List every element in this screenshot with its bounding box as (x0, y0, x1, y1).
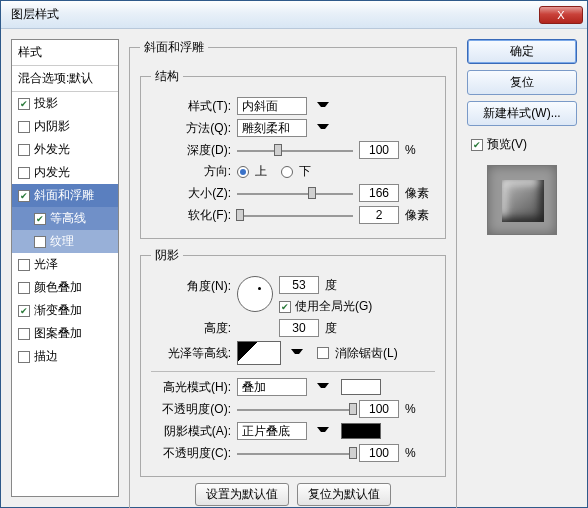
style-item[interactable]: 颜色叠加 (12, 276, 118, 299)
action-panel: 确定 复位 新建样式(W)... 预览(V) (467, 39, 577, 497)
soften-input[interactable]: 2 (359, 206, 399, 224)
chevron-down-icon[interactable] (291, 349, 303, 357)
shadow-opacity-label: 不透明度(C): (151, 445, 231, 462)
angle-dial[interactable] (237, 276, 273, 312)
angle-unit: 度 (325, 277, 337, 294)
close-button[interactable]: X (539, 6, 583, 24)
soften-slider[interactable] (237, 208, 353, 222)
shadow-color-swatch[interactable] (341, 423, 381, 439)
direction-up-radio[interactable] (237, 166, 249, 178)
style-item-label: 光泽 (34, 256, 58, 273)
size-unit: 像素 (405, 185, 435, 202)
style-item[interactable]: 投影 (12, 92, 118, 115)
style-checkbox[interactable] (18, 144, 30, 156)
style-item-label: 内发光 (34, 164, 70, 181)
style-select[interactable]: 内斜面 (237, 97, 307, 115)
style-item-label: 斜面和浮雕 (34, 187, 94, 204)
gloss-contour-picker[interactable] (237, 341, 281, 365)
gloss-contour-label: 光泽等高线: (151, 345, 231, 362)
chevron-down-icon[interactable] (317, 102, 329, 110)
style-item-label: 内阴影 (34, 118, 70, 135)
shadow-opacity-slider[interactable] (237, 446, 353, 460)
style-item-label: 颜色叠加 (34, 279, 82, 296)
style-checkbox[interactable] (18, 121, 30, 133)
new-style-button[interactable]: 新建样式(W)... (467, 101, 577, 126)
window-title: 图层样式 (11, 6, 539, 23)
structure-group: 结构 样式(T): 内斜面 方法(Q): 雕刻柔和 深度(D): 100 % (140, 68, 446, 239)
direction-down-radio[interactable] (281, 166, 293, 178)
style-checkbox[interactable] (18, 282, 30, 294)
ok-button[interactable]: 确定 (467, 39, 577, 64)
preview-swatch (487, 165, 557, 235)
angle-input[interactable]: 53 (279, 276, 319, 294)
layer-style-dialog: 图层样式 X 样式 混合选项:默认 投影内阴影外发光内发光斜面和浮雕等高线纹理光… (0, 0, 588, 508)
size-slider[interactable] (237, 186, 353, 200)
settings-panel: 斜面和浮雕 结构 样式(T): 内斜面 方法(Q): 雕刻柔和 深度(D): (129, 39, 457, 497)
antialias-checkbox[interactable] (317, 347, 329, 359)
depth-label: 深度(D): (151, 142, 231, 159)
chevron-down-icon[interactable] (317, 427, 329, 435)
shading-legend: 阴影 (151, 247, 183, 264)
altitude-input[interactable]: 30 (279, 319, 319, 337)
style-item-label: 外发光 (34, 141, 70, 158)
global-light-checkbox[interactable] (279, 301, 291, 313)
style-checkbox[interactable] (18, 190, 30, 202)
highlight-color-swatch[interactable] (341, 379, 381, 395)
style-item[interactable]: 外发光 (12, 138, 118, 161)
preview-checkbox[interactable] (471, 139, 483, 151)
highlight-mode-select[interactable]: 叠加 (237, 378, 307, 396)
shadow-mode-select[interactable]: 正片叠底 (237, 422, 307, 440)
soften-label: 软化(F): (151, 207, 231, 224)
style-checkbox[interactable] (18, 259, 30, 271)
global-light-label: 使用全局光(G) (295, 298, 372, 315)
direction-label: 方向: (151, 163, 231, 180)
style-checkbox[interactable] (18, 167, 30, 179)
reset-default-button[interactable]: 复位为默认值 (297, 483, 391, 506)
shadow-opacity-input[interactable]: 100 (359, 444, 399, 462)
altitude-unit: 度 (325, 320, 337, 337)
depth-input[interactable]: 100 (359, 141, 399, 159)
style-item[interactable]: 内阴影 (12, 115, 118, 138)
bevel-emboss-group: 斜面和浮雕 结构 样式(T): 内斜面 方法(Q): 雕刻柔和 深度(D): (129, 39, 457, 508)
size-input[interactable]: 166 (359, 184, 399, 202)
technique-label: 方法(Q): (151, 120, 231, 137)
style-item-label: 等高线 (50, 210, 86, 227)
style-item[interactable]: 渐变叠加 (12, 299, 118, 322)
highlight-opacity-input[interactable]: 100 (359, 400, 399, 418)
style-item-label: 描边 (34, 348, 58, 365)
style-checkbox[interactable] (18, 328, 30, 340)
make-default-button[interactable]: 设置为默认值 (195, 483, 289, 506)
style-item[interactable]: 描边 (12, 345, 118, 368)
chevron-down-icon[interactable] (317, 124, 329, 132)
style-item[interactable]: 内发光 (12, 161, 118, 184)
blending-options-item[interactable]: 混合选项:默认 (12, 66, 118, 92)
technique-select[interactable]: 雕刻柔和 (237, 119, 307, 137)
depth-unit: % (405, 143, 435, 157)
style-checkbox[interactable] (34, 236, 46, 248)
chevron-down-icon[interactable] (317, 383, 329, 391)
cancel-button[interactable]: 复位 (467, 70, 577, 95)
style-item[interactable]: 斜面和浮雕 (12, 184, 118, 207)
styles-list-panel: 样式 混合选项:默认 投影内阴影外发光内发光斜面和浮雕等高线纹理光泽颜色叠加渐变… (11, 39, 119, 497)
style-item-label: 渐变叠加 (34, 302, 82, 319)
angle-label: 角度(N): (151, 276, 231, 295)
antialias-label: 消除锯齿(L) (335, 345, 398, 362)
style-checkbox[interactable] (34, 213, 46, 225)
style-item[interactable]: 纹理 (12, 230, 118, 253)
shadow-mode-label: 阴影模式(A): (151, 423, 231, 440)
style-checkbox[interactable] (18, 351, 30, 363)
highlight-opacity-label: 不透明度(O): (151, 401, 231, 418)
style-checkbox[interactable] (18, 305, 30, 317)
highlight-opacity-slider[interactable] (237, 402, 353, 416)
soften-unit: 像素 (405, 207, 435, 224)
titlebar[interactable]: 图层样式 X (1, 1, 587, 29)
style-item-label: 纹理 (50, 233, 74, 250)
style-label: 样式(T): (151, 98, 231, 115)
style-checkbox[interactable] (18, 98, 30, 110)
style-item[interactable]: 图案叠加 (12, 322, 118, 345)
style-item[interactable]: 等高线 (12, 207, 118, 230)
structure-legend: 结构 (151, 68, 183, 85)
depth-slider[interactable] (237, 143, 353, 157)
styles-header: 样式 (12, 40, 118, 66)
style-item[interactable]: 光泽 (12, 253, 118, 276)
